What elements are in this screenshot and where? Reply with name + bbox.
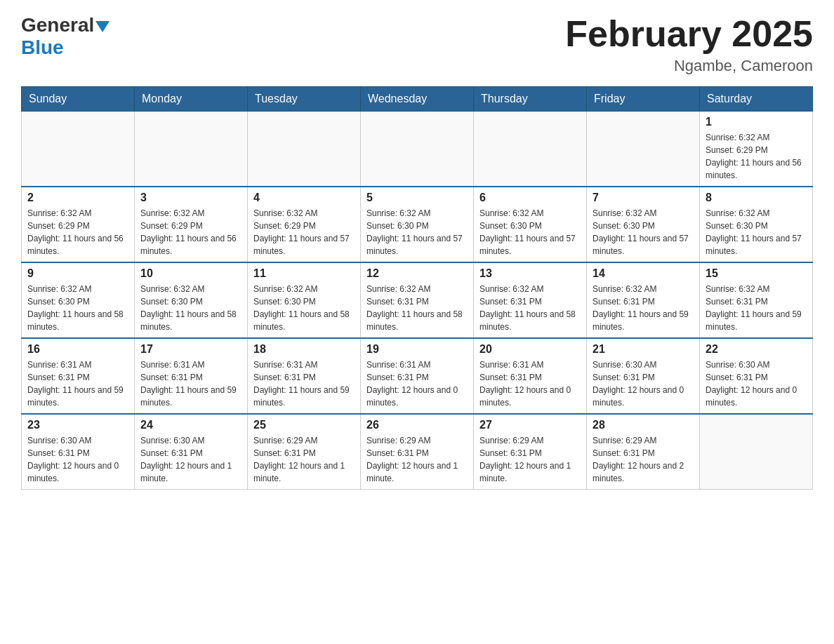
day-number: 22 [706,343,807,356]
calendar-day-cell [474,112,587,187]
weekday-header-cell: Wednesday [361,87,474,112]
day-number: 10 [140,267,241,280]
day-info: Sunrise: 6:29 AM Sunset: 6:31 PM Dayligh… [253,434,355,485]
calendar-day-cell: 5Sunrise: 6:32 AM Sunset: 6:30 PM Daylig… [361,187,474,262]
calendar-day-cell: 22Sunrise: 6:30 AM Sunset: 6:31 PM Dayli… [700,338,813,414]
weekday-header-cell: Tuesday [248,87,361,112]
day-number: 11 [253,267,355,280]
calendar-day-cell: 20Sunrise: 6:31 AM Sunset: 6:31 PM Dayli… [474,338,587,414]
day-info: Sunrise: 6:31 AM Sunset: 6:31 PM Dayligh… [27,358,128,409]
day-info: Sunrise: 6:32 AM Sunset: 6:29 PM Dayligh… [140,207,241,257]
day-number: 15 [706,267,807,280]
day-info: Sunrise: 6:32 AM Sunset: 6:30 PM Dayligh… [140,283,241,333]
page-header: General Blue February 2025 Ngambe, Camer… [21,14,813,75]
calendar-week-row: 9Sunrise: 6:32 AM Sunset: 6:30 PM Daylig… [22,262,813,338]
calendar-day-cell: 7Sunrise: 6:32 AM Sunset: 6:30 PM Daylig… [587,187,700,262]
calendar-day-cell: 19Sunrise: 6:31 AM Sunset: 6:31 PM Dayli… [361,338,474,414]
calendar-day-cell: 10Sunrise: 6:32 AM Sunset: 6:30 PM Dayli… [135,262,248,338]
day-info: Sunrise: 6:30 AM Sunset: 6:31 PM Dayligh… [27,434,128,485]
day-number: 1 [706,116,807,128]
day-number: 27 [479,419,581,431]
calendar-week-row: 2Sunrise: 6:32 AM Sunset: 6:29 PM Daylig… [22,187,813,262]
calendar-day-cell: 4Sunrise: 6:32 AM Sunset: 6:29 PM Daylig… [248,187,361,262]
day-number: 6 [479,192,581,204]
calendar-week-row: 16Sunrise: 6:31 AM Sunset: 6:31 PM Dayli… [22,338,813,414]
calendar-day-cell [587,112,700,187]
logo-triangle-icon [95,21,110,32]
weekday-header-cell: Monday [135,87,248,112]
calendar-day-cell: 15Sunrise: 6:32 AM Sunset: 6:31 PM Dayli… [700,262,813,338]
day-number: 8 [706,192,807,204]
calendar-day-cell: 28Sunrise: 6:29 AM Sunset: 6:31 PM Dayli… [587,414,700,490]
day-info: Sunrise: 6:32 AM Sunset: 6:31 PM Dayligh… [366,283,468,333]
calendar-day-cell: 21Sunrise: 6:30 AM Sunset: 6:31 PM Dayli… [587,338,700,414]
day-number: 16 [27,343,128,356]
calendar-day-cell: 23Sunrise: 6:30 AM Sunset: 6:31 PM Dayli… [22,414,135,490]
day-number: 19 [366,343,468,356]
weekday-header-row: SundayMondayTuesdayWednesdayThursdayFrid… [22,87,813,112]
day-info: Sunrise: 6:32 AM Sunset: 6:30 PM Dayligh… [27,283,128,333]
calendar-day-cell: 12Sunrise: 6:32 AM Sunset: 6:31 PM Dayli… [361,262,474,338]
calendar-day-cell: 13Sunrise: 6:32 AM Sunset: 6:31 PM Dayli… [474,262,587,338]
day-info: Sunrise: 6:31 AM Sunset: 6:31 PM Dayligh… [253,358,355,409]
day-info: Sunrise: 6:32 AM Sunset: 6:30 PM Dayligh… [366,207,468,257]
weekday-header-cell: Sunday [22,87,135,112]
day-number: 3 [140,192,241,204]
weekday-header-cell: Friday [587,87,700,112]
day-info: Sunrise: 6:30 AM Sunset: 6:31 PM Dayligh… [593,358,694,409]
calendar-day-cell: 3Sunrise: 6:32 AM Sunset: 6:29 PM Daylig… [135,187,248,262]
day-info: Sunrise: 6:32 AM Sunset: 6:29 PM Dayligh… [27,207,128,257]
calendar-day-cell: 25Sunrise: 6:29 AM Sunset: 6:31 PM Dayli… [248,414,361,490]
calendar-body: 1Sunrise: 6:32 AM Sunset: 6:29 PM Daylig… [22,112,813,490]
calendar-table: SundayMondayTuesdayWednesdayThursdayFrid… [21,86,813,490]
calendar-day-cell: 1Sunrise: 6:32 AM Sunset: 6:29 PM Daylig… [700,112,813,187]
day-number: 12 [366,267,468,280]
logo-blue-text: Blue [21,36,64,59]
calendar-day-cell: 8Sunrise: 6:32 AM Sunset: 6:30 PM Daylig… [700,187,813,262]
calendar-day-cell: 14Sunrise: 6:32 AM Sunset: 6:31 PM Dayli… [587,262,700,338]
day-info: Sunrise: 6:29 AM Sunset: 6:31 PM Dayligh… [366,434,468,485]
calendar-day-cell [248,112,361,187]
calendar-day-cell: 9Sunrise: 6:32 AM Sunset: 6:30 PM Daylig… [22,262,135,338]
day-number: 13 [479,267,581,280]
day-number: 26 [366,419,468,431]
day-info: Sunrise: 6:32 AM Sunset: 6:31 PM Dayligh… [479,283,581,333]
weekday-header-cell: Saturday [700,87,813,112]
day-info: Sunrise: 6:32 AM Sunset: 6:31 PM Dayligh… [706,283,807,333]
day-number: 25 [253,419,355,431]
calendar-week-row: 23Sunrise: 6:30 AM Sunset: 6:31 PM Dayli… [22,414,813,490]
weekday-header-cell: Thursday [474,87,587,112]
calendar-subtitle: Ngambe, Cameroon [565,57,813,75]
day-info: Sunrise: 6:29 AM Sunset: 6:31 PM Dayligh… [479,434,581,485]
logo: General Blue [21,14,111,59]
calendar-day-cell: 24Sunrise: 6:30 AM Sunset: 6:31 PM Dayli… [135,414,248,490]
day-number: 14 [593,267,694,280]
calendar-week-row: 1Sunrise: 6:32 AM Sunset: 6:29 PM Daylig… [22,112,813,187]
day-info: Sunrise: 6:32 AM Sunset: 6:29 PM Dayligh… [253,207,355,257]
calendar-day-cell [700,414,813,490]
day-number: 4 [253,192,355,204]
calendar-day-cell: 6Sunrise: 6:32 AM Sunset: 6:30 PM Daylig… [474,187,587,262]
day-number: 7 [593,192,694,204]
day-number: 18 [253,343,355,356]
day-info: Sunrise: 6:32 AM Sunset: 6:31 PM Dayligh… [593,283,694,333]
day-info: Sunrise: 6:31 AM Sunset: 6:31 PM Dayligh… [479,358,581,409]
day-number: 2 [27,192,128,204]
day-info: Sunrise: 6:29 AM Sunset: 6:31 PM Dayligh… [593,434,694,485]
day-info: Sunrise: 6:31 AM Sunset: 6:31 PM Dayligh… [140,358,241,409]
calendar-day-cell: 17Sunrise: 6:31 AM Sunset: 6:31 PM Dayli… [135,338,248,414]
calendar-day-cell: 26Sunrise: 6:29 AM Sunset: 6:31 PM Dayli… [361,414,474,490]
day-number: 20 [479,343,581,356]
day-number: 17 [140,343,241,356]
day-info: Sunrise: 6:31 AM Sunset: 6:31 PM Dayligh… [366,358,468,409]
calendar-day-cell: 16Sunrise: 6:31 AM Sunset: 6:31 PM Dayli… [22,338,135,414]
title-section: February 2025 Ngambe, Cameroon [565,14,813,75]
day-info: Sunrise: 6:32 AM Sunset: 6:30 PM Dayligh… [479,207,581,257]
day-info: Sunrise: 6:32 AM Sunset: 6:30 PM Dayligh… [593,207,694,257]
day-number: 5 [366,192,468,204]
day-info: Sunrise: 6:30 AM Sunset: 6:31 PM Dayligh… [140,434,241,485]
day-number: 28 [593,419,694,431]
calendar-title: February 2025 [565,14,813,54]
day-number: 21 [593,343,694,356]
day-number: 9 [27,267,128,280]
